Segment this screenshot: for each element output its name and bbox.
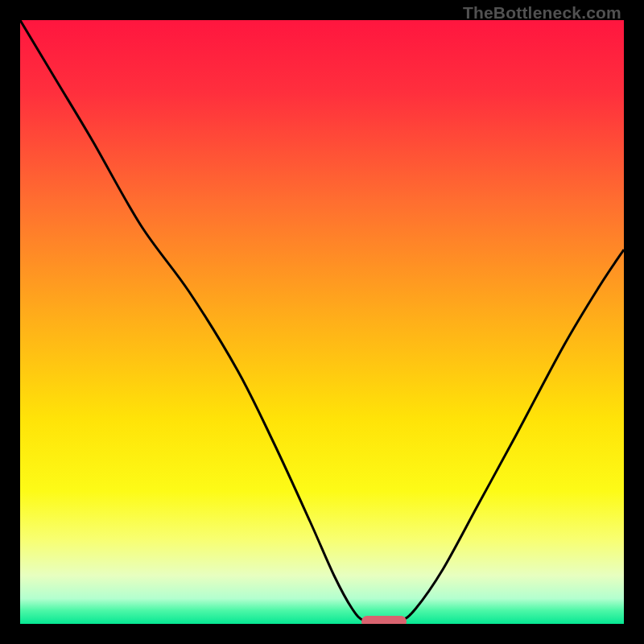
chart-frame: TheBottleneck.com xyxy=(0,0,644,644)
plot-area xyxy=(20,20,624,624)
optimal-range-marker xyxy=(361,616,407,624)
watermark-text: TheBottleneck.com xyxy=(463,3,621,23)
bottleneck-curve xyxy=(20,20,624,624)
